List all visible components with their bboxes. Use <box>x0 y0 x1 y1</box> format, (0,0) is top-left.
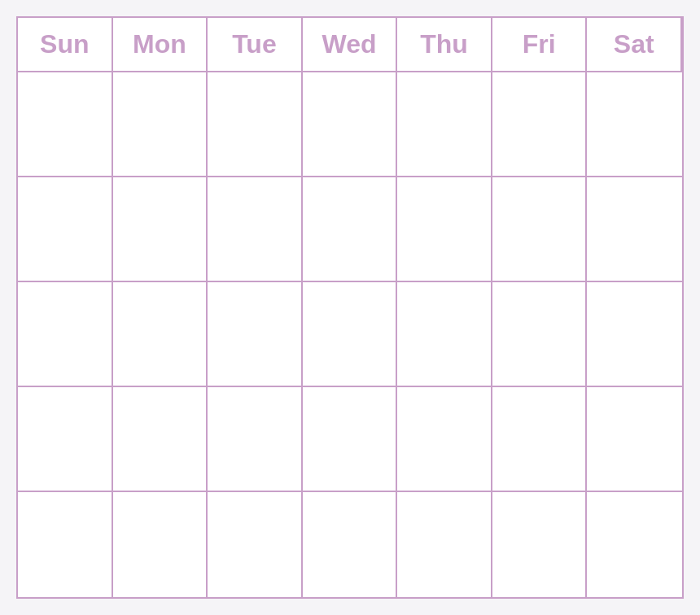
table-row[interactable] <box>208 492 303 597</box>
calendar-container: Sun Mon Tue Wed Thu Fri Sat <box>16 16 684 599</box>
table-row[interactable] <box>397 492 492 597</box>
table-row[interactable] <box>113 177 208 282</box>
table-row[interactable] <box>397 72 492 177</box>
table-row[interactable] <box>587 72 682 177</box>
table-row[interactable] <box>397 387 492 492</box>
table-row[interactable] <box>492 177 588 282</box>
table-row[interactable] <box>18 72 113 177</box>
header-fri: Fri <box>492 18 588 72</box>
table-row[interactable] <box>303 387 398 492</box>
table-row[interactable] <box>587 387 682 492</box>
table-row[interactable] <box>18 177 113 282</box>
table-row[interactable] <box>113 492 208 597</box>
table-row[interactable] <box>587 492 682 597</box>
table-row[interactable] <box>303 72 398 177</box>
table-row[interactable] <box>113 282 208 387</box>
table-row[interactable] <box>492 492 588 597</box>
table-row[interactable] <box>113 387 208 492</box>
header-sat: Sat <box>587 18 682 72</box>
table-row[interactable] <box>492 387 588 492</box>
table-row[interactable] <box>208 177 303 282</box>
table-row[interactable] <box>208 72 303 177</box>
header-sun: Sun <box>18 18 113 72</box>
table-row[interactable] <box>397 177 492 282</box>
table-row[interactable] <box>587 282 682 387</box>
table-row[interactable] <box>492 72 588 177</box>
table-row[interactable] <box>208 282 303 387</box>
table-row[interactable] <box>492 282 588 387</box>
table-row[interactable] <box>113 72 208 177</box>
table-row[interactable] <box>303 492 398 597</box>
table-row[interactable] <box>303 177 398 282</box>
table-row[interactable] <box>587 177 682 282</box>
table-row[interactable] <box>397 282 492 387</box>
header-thu: Thu <box>397 18 492 72</box>
table-row[interactable] <box>303 282 398 387</box>
table-row[interactable] <box>18 387 113 492</box>
table-row[interactable] <box>18 492 113 597</box>
header-wed: Wed <box>303 18 398 72</box>
table-row[interactable] <box>18 282 113 387</box>
header-tue: Tue <box>208 18 303 72</box>
calendar-grid: Sun Mon Tue Wed Thu Fri Sat <box>18 18 682 597</box>
header-mon: Mon <box>113 18 208 72</box>
table-row[interactable] <box>208 387 303 492</box>
